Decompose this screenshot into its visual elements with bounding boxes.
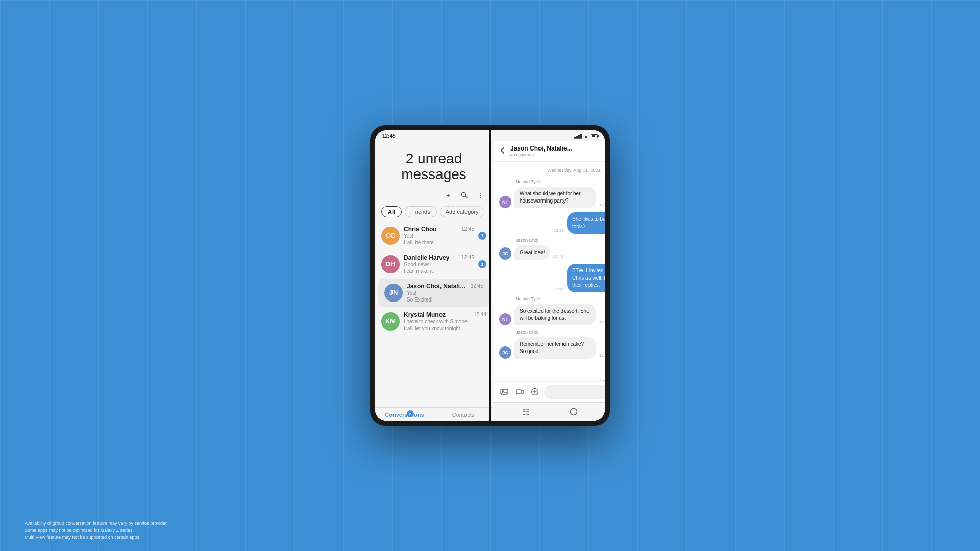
conversations-badge: 2 xyxy=(407,410,414,417)
chat-header-info: Jason Choi, Natalie... 4 recipients xyxy=(510,145,605,157)
disclaimer-line-1: Availability of group conversation featu… xyxy=(24,520,168,528)
tab-all[interactable]: All xyxy=(381,206,402,217)
conv-time-jason-group: 12:45 xyxy=(471,283,483,289)
conv-preview-jason-group: Yes!So Excited! xyxy=(407,290,483,303)
tab-contacts[interactable]: Contacts xyxy=(434,408,493,421)
msg-group-out-1: 12:38 She likes to bake. Baking tools? xyxy=(499,212,605,234)
conv-name-chris: Chris Chou xyxy=(404,226,437,233)
tab-add-category[interactable]: Add category xyxy=(440,206,484,217)
search-button[interactable] xyxy=(459,190,470,201)
avatar-jason-group: JN xyxy=(384,284,403,302)
msg-group-jason-1: Jason Choi JC Great idea! 12:40 xyxy=(499,238,605,260)
chat-header-name: Jason Choi, Natalie... xyxy=(510,145,605,152)
msg-time-6: 12:45 xyxy=(599,353,605,358)
msg-group-jason-2: Jason Choi JC Remember her lemon cake? S… xyxy=(499,330,605,359)
bottom-tabs: Conversations 2 Contacts xyxy=(375,407,493,421)
conversation-list: CC Chris Chou 12:45 Yes!I will be there … xyxy=(375,221,493,407)
tab-conversations[interactable]: Conversations 2 xyxy=(375,408,434,421)
signal-icon xyxy=(574,134,582,139)
msg-sender-natalie-2: Natalie Tyler xyxy=(516,296,605,302)
chat-input-area: 🙂 xyxy=(493,381,605,402)
msg-row-2: 12:38 She likes to bake. Baking tools? xyxy=(499,212,605,234)
wifi-icon: ▲ xyxy=(584,134,589,139)
disclaimer-line-3: Multi View feature may not be supported … xyxy=(24,534,168,541)
msg-time-1: 12:35 xyxy=(599,203,605,207)
unread-header: 2 unread messages xyxy=(375,141,493,188)
conv-preview-chris: Yes!I will be there xyxy=(404,233,474,246)
more-button[interactable]: ⋮ xyxy=(475,190,486,201)
chat-header: Jason Choi, Natalie... 4 recipients ⋮ xyxy=(493,141,605,162)
conv-preview-krystal: I have to check with Simone.I will let y… xyxy=(404,318,486,332)
conv-info-krystal: Krystal Munoz 12:44 I have to check with… xyxy=(404,311,486,332)
msg-group-natalie-1: Natalie Tyler NT What should we get for … xyxy=(499,179,605,208)
msg-bubble-2: She likes to bake. Baking tools? xyxy=(567,212,605,234)
conv-time-danielle: 12:45 xyxy=(461,255,474,260)
conv-item-krystal[interactable]: KM Krystal Munoz 12:44 I have to check w… xyxy=(375,307,493,336)
conv-item-danielle[interactable]: DH Danielle Harvey 12:45 Good news!I can… xyxy=(375,250,493,279)
tab-conversations-label: Conversations xyxy=(385,412,424,418)
msg-group-out-3: 12:45 Yes!So Excited! xyxy=(499,363,605,381)
disclaimer: Availability of group conversation featu… xyxy=(24,520,168,541)
msg-time-4: 12:42 xyxy=(554,287,564,291)
msg-bubble-1: What should we get for her housewarming … xyxy=(514,187,596,208)
back-button[interactable] xyxy=(499,147,506,156)
conv-info-danielle: Danielle Harvey 12:45 Good news!I can ma… xyxy=(404,254,474,274)
category-tabs: All Friends Add category xyxy=(375,204,493,221)
device-shell: 12:45 ▲ 2 unread xyxy=(370,125,610,426)
msg-row-5: NT So excited for the dessert. She will … xyxy=(499,304,605,325)
home-nav-button[interactable] xyxy=(566,407,581,417)
message-input[interactable] xyxy=(544,385,605,399)
unread-count: 2 unread messages xyxy=(385,151,482,183)
msg-time-3: 12:40 xyxy=(553,254,563,259)
msg-avatar-natalie-2: NT xyxy=(499,313,511,325)
conv-name-danielle: Danielle Harvey xyxy=(404,254,449,261)
msg-avatar-natalie: NT xyxy=(499,196,511,208)
left-panel: 2 unread messages + ⋮ All xyxy=(375,141,493,421)
conv-time-chris: 12:45 xyxy=(461,226,474,232)
right-panel: Jason Choi, Natalie... 4 recipients ⋮ xyxy=(493,141,605,421)
battery-icon xyxy=(591,134,598,138)
msg-row-3: JC Great idea! 12:40 xyxy=(499,245,605,260)
msg-sender-jason-1: Jason Choi xyxy=(516,238,605,243)
msg-avatar-jason: JC xyxy=(499,247,511,260)
svg-rect-6 xyxy=(516,390,521,394)
status-bar: 12:45 ▲ xyxy=(375,130,605,141)
avatar-krystal: KM xyxy=(381,312,400,331)
msg-row-7: 12:45 Yes!So Excited! xyxy=(499,363,605,381)
msg-row-1: NT What should we get for her housewarmi… xyxy=(499,187,605,208)
conv-badge-chris: 1 xyxy=(478,232,486,240)
msg-row-6: JC Remember her lemon cake? So good. 12:… xyxy=(499,337,605,359)
msg-bubble-5: So excited for the dessert. She will be … xyxy=(514,304,596,325)
msg-avatar-jason-2: JC xyxy=(499,346,511,359)
attach-video-button[interactable] xyxy=(513,386,526,398)
conv-info-chris: Chris Chou 12:45 Yes!I will be there xyxy=(404,226,474,246)
menu-nav-button[interactable] xyxy=(519,407,534,417)
add-button[interactable]: + xyxy=(443,190,454,201)
msg-sender-jason-2: Jason Choi xyxy=(516,330,605,335)
msg-time-5: 12:43 xyxy=(599,320,605,324)
msg-sender-natalie: Natalie Tyler xyxy=(516,179,605,184)
conv-badge-danielle: 1 xyxy=(478,260,486,268)
disclaimer-line-2: Some apps may not be optimized for Galax… xyxy=(24,527,168,534)
msg-group-natalie-2: Natalie Tyler NT So excited for the dess… xyxy=(499,296,605,325)
msg-time-2: 12:38 xyxy=(554,228,564,233)
msg-bubble-4: BTW, I invited Danielle and Chris as wel… xyxy=(567,264,605,292)
conv-item-jason-group[interactable]: JN Jason Choi, Natalie... 👥 4 12:45 Yes!… xyxy=(378,279,489,307)
avatar-chris: CC xyxy=(381,227,400,245)
tab-friends[interactable]: Friends xyxy=(405,206,437,217)
msg-row-4: 12:42 BTW, I invited Danielle and Chris … xyxy=(499,264,605,292)
date-divider: Wednesday, Aug 11, 2021 xyxy=(499,168,605,173)
conv-name-krystal: Krystal Munoz xyxy=(404,311,446,318)
nav-bar xyxy=(493,402,605,421)
msg-bubble-3: Great idea! xyxy=(514,245,550,260)
conv-time-krystal: 12:44 xyxy=(474,312,486,317)
attach-image-button[interactable] xyxy=(498,386,510,398)
add-more-button[interactable] xyxy=(529,386,541,398)
conv-preview-danielle: Good news!I can make it. xyxy=(404,261,474,274)
avatar-danielle: DH xyxy=(381,255,400,273)
status-icons: ▲ xyxy=(574,134,598,139)
tab-contacts-label: Contacts xyxy=(452,412,474,418)
conv-item-chris[interactable]: CC Chris Chou 12:45 Yes!I will be there … xyxy=(375,221,493,250)
svg-point-18 xyxy=(571,409,577,415)
msg-bubble-6: Remember her lemon cake? So good. xyxy=(514,337,596,359)
